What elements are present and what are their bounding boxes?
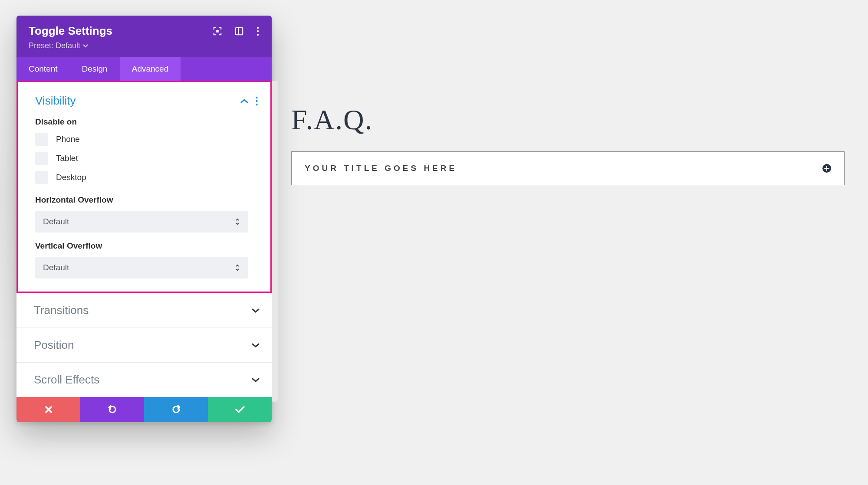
- checkbox-phone-row: Phone: [35, 133, 258, 146]
- toggle-module[interactable]: YOUR TITLE GOES HERE: [291, 151, 845, 185]
- checkbox-desktop-row: Desktop: [35, 171, 258, 184]
- checkbox-desktop[interactable]: [35, 171, 48, 184]
- h-overflow-value: Default: [43, 217, 235, 226]
- visibility-header[interactable]: Visibility: [35, 94, 258, 108]
- svg-point-7: [256, 100, 257, 102]
- plus-icon: [822, 164, 831, 173]
- save-button[interactable]: [208, 397, 272, 422]
- close-icon: [44, 405, 53, 414]
- v-overflow-label: Vertical Overflow: [35, 241, 258, 251]
- scrollbar[interactable]: [272, 81, 278, 402]
- select-arrows-icon: [235, 264, 240, 272]
- sidebar-snap-icon[interactable]: [234, 26, 244, 36]
- checkbox-phone-label: Phone: [56, 134, 80, 144]
- chevron-down-icon: [252, 377, 260, 383]
- settings-panel: Toggle Settings: [16, 16, 272, 422]
- check-icon: [235, 405, 245, 414]
- panel-footer: [16, 397, 272, 422]
- svg-point-6: [256, 96, 257, 98]
- toggle-title: YOUR TITLE GOES HERE: [305, 164, 822, 173]
- select-arrows-icon: [235, 218, 240, 226]
- panel-title: Toggle Settings: [29, 24, 213, 38]
- chevron-down-icon: [252, 308, 260, 313]
- undo-button[interactable]: [80, 397, 144, 422]
- tab-content[interactable]: Content: [16, 57, 70, 81]
- panel-body: Visibility Disable on Phone: [16, 81, 272, 397]
- section-visibility: Visibility Disable on Phone: [16, 81, 272, 293]
- section-title-visibility: Visibility: [35, 94, 240, 108]
- undo-icon: [107, 404, 118, 415]
- expand-icon[interactable]: [213, 26, 222, 36]
- h-overflow-select[interactable]: Default: [35, 211, 248, 233]
- preset-dropdown[interactable]: Preset: Default: [29, 41, 260, 50]
- checkbox-tablet-row: Tablet: [35, 152, 258, 165]
- checkbox-tablet[interactable]: [35, 152, 48, 165]
- preset-label: Preset: Default: [29, 41, 80, 50]
- svg-rect-0: [216, 30, 219, 33]
- section-transitions: Transitions: [16, 293, 272, 328]
- svg-point-8: [256, 103, 257, 105]
- section-header-transitions[interactable]: Transitions: [16, 293, 272, 328]
- panel-header: Toggle Settings: [16, 16, 272, 57]
- svg-point-5: [257, 33, 259, 35]
- redo-button[interactable]: [144, 397, 208, 422]
- chevron-down-icon: [83, 44, 88, 48]
- chevron-up-icon[interactable]: [240, 98, 248, 104]
- tab-advanced[interactable]: Advanced: [120, 57, 181, 81]
- section-position: Position: [16, 328, 272, 362]
- preview-heading: F.A.Q.: [291, 103, 373, 136]
- settings-tabs: Content Design Advanced: [16, 57, 272, 81]
- section-header-position[interactable]: Position: [16, 328, 272, 362]
- section-more-icon[interactable]: [255, 96, 258, 106]
- more-menu-icon[interactable]: [256, 26, 260, 36]
- chevron-down-icon: [252, 343, 260, 348]
- redo-icon: [171, 404, 181, 415]
- section-header-scroll-effects[interactable]: Scroll Effects: [16, 363, 272, 397]
- v-overflow-select[interactable]: Default: [35, 257, 248, 279]
- section-title-position: Position: [34, 338, 252, 352]
- disable-on-label: Disable on: [35, 117, 258, 127]
- v-overflow-value: Default: [43, 263, 235, 272]
- checkbox-desktop-label: Desktop: [56, 173, 86, 182]
- section-title-transitions: Transitions: [34, 304, 252, 317]
- checkbox-tablet-label: Tablet: [56, 154, 78, 163]
- section-scroll-effects: Scroll Effects: [16, 362, 272, 397]
- cancel-button[interactable]: [16, 397, 80, 422]
- svg-point-3: [257, 26, 259, 28]
- svg-rect-1: [236, 27, 243, 35]
- tab-design[interactable]: Design: [70, 57, 120, 81]
- svg-point-4: [257, 30, 259, 32]
- checkbox-phone[interactable]: [35, 133, 48, 146]
- background-edge: [0, 43, 16, 347]
- section-title-scroll-effects: Scroll Effects: [34, 373, 252, 387]
- h-overflow-label: Horizontal Overflow: [35, 195, 258, 205]
